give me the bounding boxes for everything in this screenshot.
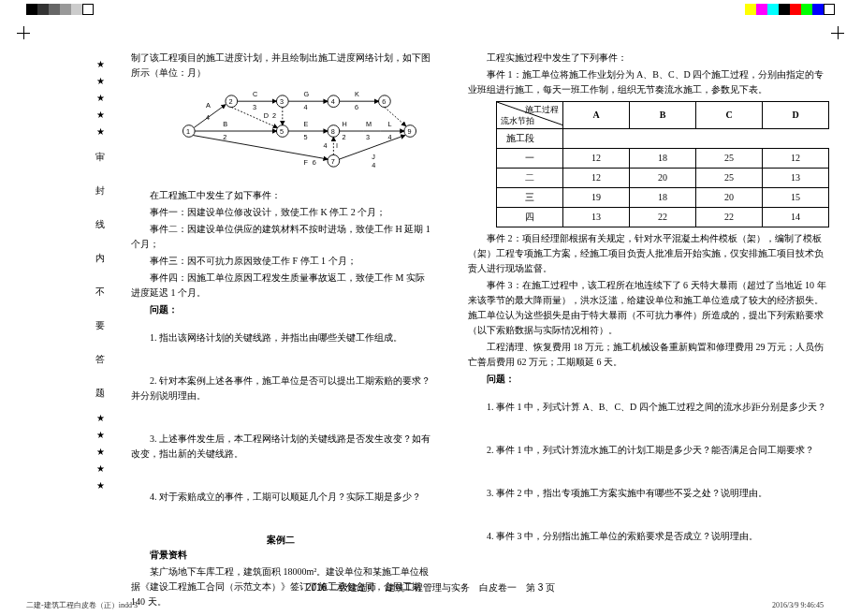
svg-text:A: A [206, 101, 211, 110]
svg-text:6: 6 [382, 97, 386, 106]
background-heading: 背景资料 [131, 548, 430, 563]
svg-text:2: 2 [223, 133, 226, 141]
svg-text:L: L [388, 120, 392, 128]
table-row: 二 12 20 25 13 [497, 169, 829, 188]
left-intro: 制了该工程项目的施工进度计划，并且绘制出施工进度网络计划，如下图所示（单位：月） [131, 51, 430, 81]
svg-text:7: 7 [331, 157, 335, 166]
svg-text:3: 3 [280, 97, 284, 106]
registration-bar-right [745, 4, 835, 15]
col-header: C [696, 102, 763, 129]
events-heading: 在工程施工中发生了如下事件： [131, 188, 430, 203]
event-2-text: 事件 2：项目经理部根据有关规定，针对水平混凝土构件模板（架），编制了模板（架）… [468, 231, 829, 276]
page-footer: 2016 二级建造师 建筑工程管理与实务 白皮卷一 第 3 页 [0, 580, 861, 595]
svg-text:G: G [304, 90, 310, 98]
imposition-filename: 二建-建筑工程白皮卷（正）indd 3 [26, 600, 138, 612]
svg-text:J: J [372, 153, 375, 161]
row-label: 施工段 [497, 129, 563, 149]
question-1: 1. 事件 1 中，列式计算 A、B、C、D 四个施工过程之间的流水步距分别是多… [468, 400, 829, 415]
questions-heading: 问题： [131, 302, 430, 317]
imposition-timestamp: 2016/3/9 9:46:45 [772, 600, 824, 612]
event-3-text: 事件 3：在施工过程中，该工程所在地连续下了 6 天特大暴雨（超过了当地近 10… [468, 278, 829, 338]
case-2-title: 案例二 [131, 533, 430, 548]
svg-text:B: B [223, 120, 227, 128]
svg-text:3: 3 [366, 133, 370, 141]
svg-text:H: H [342, 120, 346, 128]
question-1: 1. 指出该网络计划的关键线路，并指出由哪些关键工作组成。 [131, 330, 430, 345]
question-4: 4. 事件 3 中，分别指出施工单位的索赔要求是否成立？说明理由。 [468, 529, 829, 544]
question-2: 2. 针对本案例上述各事件，施工单位是否可以提出工期索赔的要求？并分别说明理由。 [131, 374, 430, 403]
table-row: 三 19 18 20 15 [497, 188, 829, 208]
svg-text:E: E [304, 120, 309, 128]
svg-text:4: 4 [323, 141, 327, 150]
svg-text:D: D [264, 111, 269, 120]
col-header: B [630, 102, 696, 129]
svg-text:4: 4 [206, 113, 210, 122]
question-3: 3. 上述事件发生后，本工程网络计划的关键线路是否发生改变？如有改变，指出新的关… [131, 432, 430, 462]
svg-text:2: 2 [272, 111, 276, 120]
questions-heading: 问题： [468, 372, 829, 387]
crop-mark-icon [831, 26, 844, 39]
event-3b-text: 工程清理、恢复费用 18 万元；施工机械设备重新购置和修理费用 29 万元；人员… [468, 340, 829, 370]
svg-text:3: 3 [253, 103, 256, 111]
svg-text:1: 1 [186, 127, 190, 136]
col-header: D [763, 102, 829, 129]
svg-text:C: C [253, 90, 257, 98]
svg-text:9: 9 [407, 127, 411, 136]
left-column: 制了该工程项目的施工进度计划，并且绘制出施工进度网络计划，如下图所示（单位：月）… [84, 49, 430, 579]
event-1-text: 事件 1：施工单位将施工作业划分为 A、B、C、D 四个施工过程，分别由指定的专… [468, 67, 829, 97]
registration-bar-left [26, 4, 94, 15]
event-item: 事件二：因建设单位供应的建筑材料不按时进场，致使工作 H 延期 1 个月； [131, 222, 430, 252]
svg-text:4: 4 [304, 103, 308, 111]
svg-text:2: 2 [342, 133, 345, 141]
right-intro: 工程实施过程中发生了下列事件： [468, 51, 829, 66]
table-row: 一 12 18 25 12 [497, 149, 829, 169]
svg-text:4: 4 [372, 161, 375, 169]
svg-text:I: I [336, 141, 338, 150]
svg-text:5: 5 [304, 133, 308, 141]
svg-text:2: 2 [229, 97, 233, 106]
col-header: A [563, 102, 630, 129]
event-item: 事件一：因建设单位修改设计，致使工作 K 停工 2 个月； [131, 205, 430, 220]
table-diagonal-header: 施工过程 流水节拍 [497, 102, 563, 129]
flow-parameter-table: 施工过程 流水节拍 A B C D 施工段 一 12 18 25 12 二 12… [496, 101, 829, 227]
crop-mark-icon [17, 26, 30, 39]
question-4: 4. 对于索赔成立的事件，工期可以顺延几个月？实际工期是多少？ [131, 490, 430, 505]
event-item: 事件四：因施工单位原因工程发生质量事故返工，致使工作 M 实际进度延迟 1 个月… [131, 271, 430, 301]
right-column: 工程实施过程中发生了下列事件： 事件 1：施工单位将施工作业划分为 A、B、C、… [468, 49, 829, 579]
question-3: 3. 事件 2 中，指出专项施工方案实施中有哪些不妥之处？说明理由。 [468, 486, 829, 501]
svg-text:6: 6 [355, 103, 358, 111]
event-item: 事件三：因不可抗力原因致使工作 F 停工 1 个月； [131, 254, 430, 269]
question-2: 2. 事件 1 中，列式计算流水施工的计划工期是多少天？能否满足合同工期要求？ [468, 443, 829, 458]
svg-text:F: F [304, 158, 309, 167]
svg-text:8: 8 [331, 127, 335, 136]
svg-text:M: M [366, 120, 372, 128]
svg-text:6: 6 [313, 158, 316, 167]
svg-text:4: 4 [331, 97, 335, 106]
svg-text:K: K [355, 90, 359, 98]
svg-text:5: 5 [280, 127, 284, 136]
network-diagram: 1 2 3 4 5 6 7 8 9 A4 C3 G4 K6 B2 D2 E5 H… [168, 84, 430, 183]
table-row: 四 13 22 22 14 [497, 208, 829, 227]
